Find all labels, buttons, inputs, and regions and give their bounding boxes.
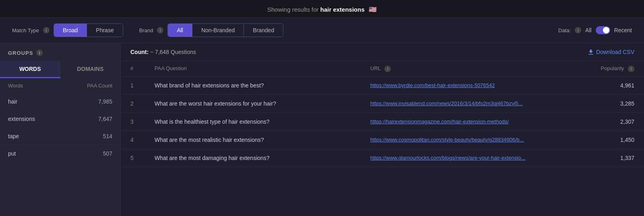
data-toggle[interactable]: [596, 26, 610, 34]
all-toggle-label: All: [585, 27, 592, 33]
url-link[interactable]: https://www.invisablend.com/news/2016/3/…: [370, 100, 586, 106]
popularity-value: 2,307: [586, 118, 634, 125]
download-csv-button[interactable]: Download CSV: [588, 49, 634, 55]
row-num: 3: [130, 118, 155, 125]
phrase-button[interactable]: Phrase: [87, 24, 122, 37]
data-label: Data:: [558, 27, 571, 33]
sidebar-table-header: Words PAA Count: [0, 79, 120, 93]
table-header: # PAA Question URL i Popularity i: [121, 61, 644, 77]
col-url-header: URL i: [370, 65, 586, 72]
list-item[interactable]: tape 514: [0, 128, 120, 145]
count-value: 7,985: [98, 98, 112, 105]
url-link[interactable]: https://www.glamourlocks.com/blogs/news/…: [370, 155, 586, 161]
list-item[interactable]: put 507: [0, 145, 120, 162]
sidebar-rows-container: hair 7,985 extensions 7,647 tape 514 put…: [0, 93, 120, 162]
table-rows-container: 1 What brand of hair extensions are the …: [121, 77, 644, 167]
results-prefix: Showing results for: [267, 6, 320, 13]
question-text: What are the most realistic hair extensi…: [155, 137, 370, 143]
content-area: Count: ~ 7,648 Questions Download CSV # …: [121, 43, 644, 216]
count-value: 7,647: [98, 116, 112, 122]
data-group: Data: i All Recent: [558, 26, 632, 34]
count-value: ~ 7,648 Questions: [150, 49, 196, 55]
match-type-buttons: Broad Phrase: [54, 23, 123, 37]
row-num: 4: [130, 137, 155, 143]
count-value: 507: [103, 150, 112, 157]
question-text: What brand of hair extensions are the be…: [155, 82, 370, 89]
brand-label: Brand: [139, 27, 153, 33]
url-link[interactable]: https://www.byrdie.com/best-hair-extensi…: [370, 82, 586, 88]
question-text: What are the worst hair extensions for y…: [155, 100, 370, 107]
popularity-value: 1,337: [586, 155, 634, 161]
broad-button[interactable]: Broad: [54, 24, 87, 37]
all-button[interactable]: All: [168, 24, 192, 37]
table-row: 1 What brand of hair extensions are the …: [121, 77, 644, 95]
word-value: put: [8, 150, 16, 157]
col-paa-count-header: PAA Count: [87, 83, 112, 89]
popularity-value: 1,450: [586, 137, 634, 143]
tab-domains[interactable]: DOMAINS: [60, 61, 121, 78]
word-value: hair: [8, 98, 17, 105]
match-type-info-icon[interactable]: i: [43, 27, 50, 33]
download-label: Download CSV: [596, 49, 634, 55]
branded-button[interactable]: Branded: [244, 24, 283, 37]
word-value: extensions: [8, 116, 35, 122]
brand-group: Brand i All Non-Branded Branded: [139, 23, 283, 37]
match-type-group: Match Type i Broad Phrase: [12, 23, 123, 37]
download-icon: [588, 49, 594, 55]
table-row: 4 What are the most realistic hair exten…: [121, 131, 644, 149]
count-value: 514: [103, 133, 112, 139]
sidebar-tabs: WORDS DOMAINS: [0, 61, 120, 79]
data-info-icon[interactable]: i: [575, 27, 581, 33]
non-branded-button[interactable]: Non-Branded: [192, 24, 244, 37]
flag-icon: 🇺🇸: [369, 6, 377, 13]
count-prefix: Count:: [130, 49, 149, 55]
tab-words[interactable]: WORDS: [0, 61, 60, 78]
content-header: Count: ~ 7,648 Questions Download CSV: [121, 43, 644, 61]
controls-row: Match Type i Broad Phrase Brand i All No…: [0, 18, 644, 43]
popularity-value: 3,285: [586, 100, 634, 107]
sidebar: GROUPS i WORDS DOMAINS Words PAA Count h…: [0, 43, 121, 216]
row-num: 2: [130, 100, 155, 107]
match-type-label: Match Type: [12, 27, 39, 33]
col-question-header: PAA Question: [155, 65, 370, 72]
table-row: 5 What are the most damaging hair extens…: [121, 149, 644, 167]
recent-label: Recent: [614, 27, 632, 33]
list-item[interactable]: extensions 7,647: [0, 110, 120, 128]
popularity-info-icon[interactable]: i: [628, 66, 634, 72]
main-layout: GROUPS i WORDS DOMAINS Words PAA Count h…: [0, 43, 644, 216]
question-text: What are the most damaging hair extensio…: [155, 155, 370, 161]
brand-info-icon[interactable]: i: [157, 27, 163, 33]
search-term: hair extensions: [320, 6, 365, 13]
question-text: What is the healthiest type of hair exte…: [155, 118, 370, 125]
col-words-header: Words: [8, 83, 23, 89]
word-value: tape: [8, 133, 19, 139]
col-popularity-header: Popularity i: [586, 65, 634, 72]
groups-label: GROUPS: [8, 50, 33, 56]
row-num: 1: [130, 82, 155, 89]
count-text: Count: ~ 7,648 Questions: [130, 49, 196, 55]
table-row: 3 What is the healthiest type of hair ex…: [121, 113, 644, 131]
url-info-icon[interactable]: i: [384, 66, 391, 72]
table-row: 2 What are the worst hair extensions for…: [121, 95, 644, 113]
svg-rect-0: [588, 54, 593, 55]
url-link[interactable]: https://www.cosmopolitan.com/style-beaut…: [370, 137, 586, 143]
popularity-value: 4,961: [586, 82, 634, 89]
url-link[interactable]: https://hairextensionmagazine.com/hair-e…: [370, 118, 586, 125]
groups-info-icon[interactable]: i: [36, 50, 43, 56]
brand-buttons: All Non-Branded Branded: [167, 23, 283, 37]
list-item[interactable]: hair 7,985: [0, 93, 120, 110]
col-num-header: #: [130, 65, 155, 72]
top-bar: Showing results for hair extensions 🇺🇸: [0, 0, 644, 18]
row-num: 5: [130, 155, 155, 161]
groups-header: GROUPS i: [0, 43, 120, 61]
